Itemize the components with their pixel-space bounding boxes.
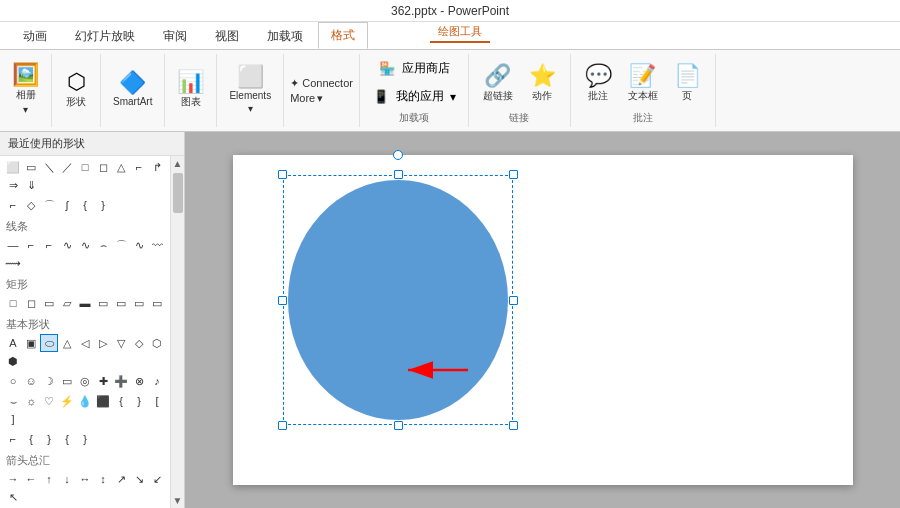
shape-line-1[interactable]: — <box>4 236 22 254</box>
tab-slideshow[interactable]: 幻灯片放映 <box>62 23 148 49</box>
shape-basic-bracket2[interactable]: ] <box>4 410 22 428</box>
scroll-thumb[interactable] <box>173 173 183 213</box>
shape-basic-forbidden[interactable]: ⊗ <box>130 372 148 390</box>
shape-arr-1[interactable]: → <box>4 470 22 488</box>
shape-recent-9[interactable]: ↱ <box>148 158 166 176</box>
handle-middle-left[interactable] <box>278 296 287 305</box>
shape-basic-donut[interactable]: ◎ <box>76 372 94 390</box>
shape-basic-arc2[interactable]: { <box>22 430 40 448</box>
shape-rect-5[interactable]: ▬ <box>76 294 94 312</box>
shape-arr-3[interactable]: ↑ <box>40 470 58 488</box>
shape-recent-17[interactable]: } <box>94 196 112 214</box>
shape-rect-2[interactable]: ◻ <box>22 294 40 312</box>
shape-basic-arc5[interactable]: } <box>76 430 94 448</box>
shape-arr-4[interactable]: ↓ <box>58 470 76 488</box>
shape-recent-2[interactable]: ▭ <box>22 158 40 176</box>
shape-arr-8[interactable]: ↘ <box>130 470 148 488</box>
shape-recent-1[interactable]: ⬜ <box>4 158 22 176</box>
shape-recent-8[interactable]: ⌐ <box>130 158 148 176</box>
shape-basic-tri[interactable]: △ <box>58 334 76 352</box>
more-button[interactable]: More ▾ <box>290 92 353 105</box>
shape-recent-11[interactable]: ⇓ <box>22 176 40 194</box>
scroll-down-arrow[interactable]: ▼ <box>171 493 185 508</box>
shapes-button[interactable]: ⬡ 形状 <box>60 69 92 111</box>
handle-bottom-right[interactable] <box>509 421 518 430</box>
shape-line-3[interactable]: ⌐ <box>40 236 58 254</box>
shape-basic-rtri[interactable]: ◁ <box>76 334 94 352</box>
shape-container[interactable] <box>283 175 513 425</box>
shape-basic-thunder[interactable]: ⚡ <box>58 392 76 410</box>
shape-basic-oval[interactable]: ⬭ <box>40 334 58 352</box>
shape-arr-2[interactable]: ← <box>22 470 40 488</box>
handle-bottom-center[interactable] <box>394 421 403 430</box>
shape-recent-16[interactable]: { <box>76 196 94 214</box>
shape-arr-10[interactable]: ↖ <box>4 488 22 506</box>
shapes-scroll[interactable]: ⬜ ▭ ＼ ／ □ ◻ △ ⌐ ↱ ⇒ ⇓ ⌐ ◇ ⌒ ∫ { } 线条 <box>0 156 184 508</box>
hyperlink-button[interactable]: 🔗 超链接 <box>477 61 519 105</box>
shape-basic-note[interactable]: ♪ <box>148 372 166 390</box>
shape-recent-15[interactable]: ∫ <box>58 196 76 214</box>
shape-recent-6[interactable]: ◻ <box>94 158 112 176</box>
shape-basic-brace2[interactable]: } <box>130 392 148 410</box>
shape-arr-5[interactable]: ↔ <box>76 470 94 488</box>
shape-basic-frame[interactable]: ▭ <box>58 372 76 390</box>
app-store-button[interactable]: 🏪 应用商店 <box>374 58 454 80</box>
textbox-button[interactable]: 📝 文本框 <box>622 61 664 105</box>
shape-recent-12[interactable]: ⌐ <box>4 196 22 214</box>
shape-rect-4[interactable]: ▱ <box>58 294 76 312</box>
chart-button[interactable]: 📊 图表 <box>173 69 208 111</box>
shape-basic-arc4[interactable]: { <box>58 430 76 448</box>
shape-arr-7[interactable]: ↗ <box>112 470 130 488</box>
shape-basic-cross[interactable]: ✚ <box>94 372 112 390</box>
shape-line-10[interactable]: ⟿ <box>4 254 22 272</box>
shape-basic-cube[interactable]: ⬛ <box>94 392 112 410</box>
shape-basic-circ[interactable]: ○ <box>4 372 22 390</box>
album-button[interactable]: 🖼️ 相册 ▾ <box>8 62 43 117</box>
tab-animation[interactable]: 动画 <box>10 23 60 49</box>
scroll-up-arrow[interactable]: ▲ <box>171 156 185 171</box>
shape-basic-trap[interactable]: ▽ <box>112 334 130 352</box>
shape-basic-para[interactable]: ▷ <box>94 334 112 352</box>
shape-basic-bracket[interactable]: [ <box>148 392 166 410</box>
shape-line-2[interactable]: ⌐ <box>22 236 40 254</box>
shape-basic-drop[interactable]: 💧 <box>76 392 94 410</box>
shape-line-5[interactable]: ∿ <box>76 236 94 254</box>
handle-top-right[interactable] <box>509 170 518 179</box>
shape-rect-1[interactable]: □ <box>4 294 22 312</box>
shape-arr-9[interactable]: ↙ <box>148 470 166 488</box>
shape-basic-box[interactable]: ▣ <box>22 334 40 352</box>
shape-basic-sun[interactable]: ☼ <box>22 392 40 410</box>
rotate-handle[interactable] <box>393 150 403 160</box>
shape-rect-6[interactable]: ▭ <box>94 294 112 312</box>
shape-recent-3[interactable]: ＼ <box>40 158 58 176</box>
circle-shape[interactable] <box>283 175 513 425</box>
comment-button[interactable]: 💬 批注 <box>579 61 618 105</box>
shape-recent-7[interactable]: △ <box>112 158 130 176</box>
tab-addins[interactable]: 加载项 <box>254 23 316 49</box>
shape-line-9[interactable]: 〰 <box>148 236 166 254</box>
shape-recent-5[interactable]: □ <box>76 158 94 176</box>
shape-line-6[interactable]: ⌢ <box>94 236 112 254</box>
shape-rect-3[interactable]: ▭ <box>40 294 58 312</box>
shape-basic-arc3[interactable]: } <box>40 430 58 448</box>
shape-recent-10[interactable]: ⇒ <box>4 176 22 194</box>
shape-basic-text[interactable]: A <box>4 334 22 352</box>
handle-middle-right[interactable] <box>509 296 518 305</box>
shape-basic-heart[interactable]: ♡ <box>40 392 58 410</box>
shape-arr-6[interactable]: ↕ <box>94 470 112 488</box>
shape-recent-13[interactable]: ◇ <box>22 196 40 214</box>
shape-line-4[interactable]: ∿ <box>58 236 76 254</box>
shape-basic-hex[interactable]: ⬡ <box>148 334 166 352</box>
shape-basic-dia[interactable]: ◇ <box>130 334 148 352</box>
tab-review[interactable]: 审阅 <box>150 23 200 49</box>
shape-line-8[interactable]: ∿ <box>130 236 148 254</box>
shape-recent-14[interactable]: ⌒ <box>40 196 58 214</box>
page-button[interactable]: 📄 页 <box>668 61 707 105</box>
shape-basic-crescent[interactable]: ☽ <box>40 372 58 390</box>
action-button[interactable]: ⭐ 动作 <box>523 61 562 105</box>
elements-button[interactable]: ⬜ Elements ▾ <box>225 64 275 116</box>
tab-format[interactable]: 格式 <box>318 22 368 49</box>
shape-line-7[interactable]: ⌒ <box>112 236 130 254</box>
shape-rect-7[interactable]: ▭ <box>112 294 130 312</box>
shape-rect-8[interactable]: ▭ <box>130 294 148 312</box>
